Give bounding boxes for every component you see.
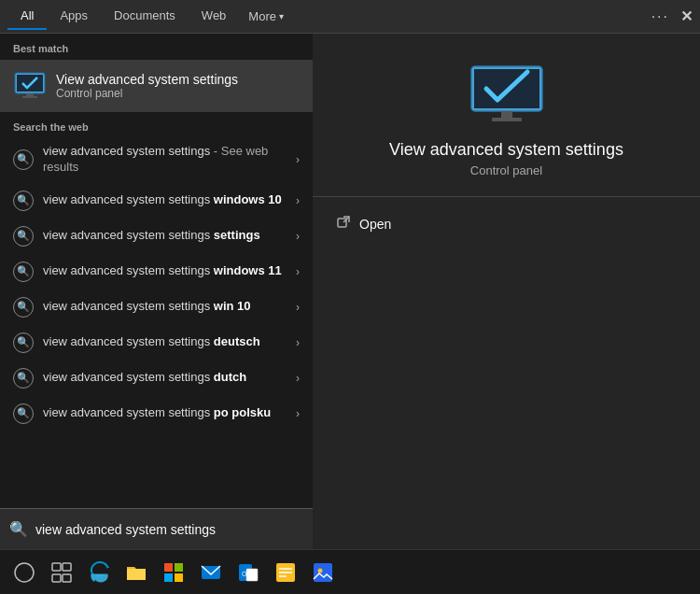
result-text: view advanced system settings po polsku — [43, 405, 290, 421]
svg-rect-18 — [175, 573, 183, 582]
tab-apps[interactable]: Apps — [47, 3, 101, 30]
chevron-right-icon: › — [296, 372, 300, 385]
taskbar-left: O — [7, 556, 340, 589]
tab-all[interactable]: All — [7, 3, 47, 30]
search-input[interactable] — [35, 522, 303, 537]
taskbar-mail-icon[interactable] — [194, 556, 228, 589]
list-item[interactable]: 🔍 view advanced system settings win 10 › — [0, 290, 313, 325]
search-icon: 🔍 — [13, 191, 34, 211]
right-actions: Open — [313, 197, 700, 250]
right-top: View advanced system settings Control pa… — [313, 34, 700, 197]
chevron-right-icon: › — [296, 265, 300, 278]
more-dropdown[interactable]: More ▾ — [239, 4, 293, 29]
taskbar-outlook-icon[interactable]: O — [231, 556, 265, 589]
search-icon: 🔍 — [13, 368, 34, 389]
list-item[interactable]: 🔍 view advanced system settings settings… — [0, 219, 313, 254]
best-match-texts: View advanced system settings Control pa… — [56, 72, 238, 100]
svg-rect-21 — [246, 569, 258, 581]
svg-rect-14 — [63, 574, 71, 582]
best-match-label: Best match — [0, 34, 313, 60]
svg-text:O: O — [242, 571, 247, 577]
svg-rect-6 — [501, 111, 512, 118]
svg-rect-16 — [175, 563, 183, 572]
taskbar-taskview-icon[interactable] — [45, 556, 78, 589]
open-action[interactable]: Open — [328, 208, 685, 239]
list-item[interactable]: 🔍 view advanced system settings po polsk… — [0, 396, 313, 431]
svg-rect-12 — [63, 563, 71, 571]
taskbar-store-icon[interactable] — [157, 556, 190, 589]
search-icon: 🔍 — [13, 403, 34, 424]
more-label: More — [248, 9, 276, 23]
nav-bar: All Apps Documents Web More ▾ ··· ✕ — [0, 0, 700, 34]
chevron-right-icon: › — [296, 336, 300, 349]
taskbar-stickynotes-icon[interactable] — [269, 556, 302, 589]
search-icon: 🔍 — [13, 297, 34, 318]
taskbar-fileexplorer-icon[interactable] — [119, 556, 153, 589]
right-panel: View advanced system settings Control pa… — [313, 34, 700, 549]
chevron-right-icon: › — [296, 301, 300, 314]
chevron-right-icon: › — [296, 407, 300, 420]
best-match-subtitle: Control panel — [56, 87, 238, 100]
svg-rect-1 — [17, 75, 43, 92]
tab-documents[interactable]: Documents — [101, 3, 189, 30]
close-icon[interactable]: ✕ — [680, 7, 693, 25]
search-icon: 🔍 — [13, 149, 34, 170]
svg-rect-13 — [52, 574, 61, 582]
taskbar: O — [0, 549, 700, 594]
open-icon — [337, 216, 350, 232]
svg-point-10 — [15, 563, 34, 582]
result-text: view advanced system settings windows 11 — [43, 263, 290, 279]
chevron-right-icon: › — [296, 194, 300, 207]
result-text: view advanced system settings settings — [43, 228, 290, 244]
list-item[interactable]: 🔍 view advanced system settings deutsch … — [0, 325, 313, 361]
app-icon — [469, 62, 544, 127]
list-item[interactable]: 🔍 view advanced system settings - See we… — [0, 136, 313, 183]
left-panel: Best match View advanced system settings… — [0, 34, 313, 549]
result-text: view advanced system settings win 10 — [43, 299, 290, 315]
taskbar-edge-icon[interactable] — [82, 556, 116, 589]
search-bar-icon: 🔍 — [9, 520, 28, 538]
svg-rect-2 — [26, 93, 34, 96]
svg-rect-17 — [164, 573, 173, 582]
svg-rect-27 — [314, 563, 332, 582]
right-subtitle: Control panel — [470, 163, 542, 177]
svg-point-28 — [318, 568, 323, 573]
result-text: view advanced system settings - See web … — [43, 144, 290, 176]
result-text: view advanced system settings dutch — [43, 370, 290, 386]
taskbar-photos-icon[interactable] — [306, 556, 340, 589]
svg-rect-3 — [22, 96, 37, 98]
best-match-item[interactable]: View advanced system settings Control pa… — [0, 60, 313, 112]
svg-rect-11 — [52, 563, 61, 571]
taskbar-search-icon[interactable] — [7, 556, 41, 589]
open-label: Open — [359, 217, 391, 232]
search-bar: 🔍 — [0, 508, 313, 549]
chevron-right-icon: › — [296, 153, 300, 166]
search-icon: 🔍 — [13, 226, 34, 247]
chevron-right-icon: › — [296, 230, 300, 243]
tab-web[interactable]: Web — [189, 3, 240, 30]
list-item[interactable]: 🔍 view advanced system settings dutch › — [0, 361, 313, 396]
result-text: view advanced system settings deutsch — [43, 334, 290, 350]
result-text: view advanced system settings windows 10 — [43, 192, 290, 208]
best-match-app-icon — [13, 69, 47, 103]
best-match-title: View advanced system settings — [56, 72, 238, 87]
list-item[interactable]: 🔍 view advanced system settings windows … — [0, 254, 313, 290]
right-title: View advanced system settings — [389, 140, 623, 160]
svg-rect-7 — [492, 118, 522, 121]
more-options-icon[interactable]: ··· — [651, 8, 669, 25]
search-icon: 🔍 — [13, 262, 34, 282]
main-area: Best match View advanced system settings… — [0, 34, 700, 549]
list-item[interactable]: 🔍 view advanced system settings windows … — [0, 183, 313, 219]
chevron-down-icon: ▾ — [279, 11, 284, 21]
nav-right: ··· ✕ — [651, 7, 693, 25]
svg-rect-15 — [164, 563, 173, 572]
search-icon: 🔍 — [13, 332, 34, 353]
web-search-label: Search the web — [0, 112, 313, 136]
